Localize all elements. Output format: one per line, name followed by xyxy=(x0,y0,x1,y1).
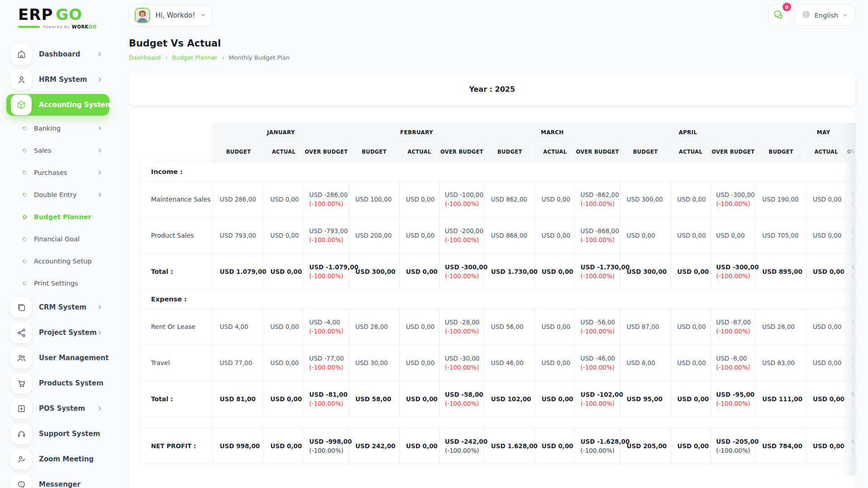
table-row: NET PROFIT :USD 998,00USD 0,00 USD -998,… xyxy=(141,428,856,464)
budget-cell: USD 4,00 xyxy=(213,309,264,345)
sub-header-budget: BUDGET xyxy=(756,141,807,162)
row-label: Maintenance Sales xyxy=(141,181,213,217)
top-header: Hi, Workdo! 0 English xyxy=(129,0,855,31)
sidebar-subitem-print-settings[interactable]: Print Settings xyxy=(6,274,109,292)
language-selector[interactable]: English xyxy=(794,5,855,26)
over-budget-amount: USD -28,00 xyxy=(852,319,855,326)
chevron-right-icon xyxy=(97,125,103,131)
actual-cell: USD 0,00 xyxy=(807,428,846,464)
month-header-february: FEBRUARY xyxy=(349,123,485,141)
user-menu-button[interactable]: Hi, Workdo! xyxy=(129,5,212,26)
over-budget-cell: USD -28,00 (-100.00%) xyxy=(439,309,485,345)
sidebar-item-zoom-meeting[interactable]: Zoom Meeting xyxy=(6,448,109,470)
sidebar-item-label: Zoom Meeting xyxy=(39,455,94,463)
over-budget-amount: USD -58,00 xyxy=(445,391,484,398)
sidebar-subitem-banking[interactable]: Banking xyxy=(6,119,109,137)
over-budget-percent: (-100.00%) xyxy=(852,328,855,335)
sidebar-subitem-label: Print Settings xyxy=(34,280,78,287)
budget-cell: USD 28,00 xyxy=(756,309,807,345)
sidebar-item-label: Messenger xyxy=(39,480,80,488)
bullet-icon xyxy=(22,236,28,242)
table-row: Rent Or LeaseUSD 4,00USD 0,00 USD -4,00 … xyxy=(141,309,856,345)
sidebar-item-support-system[interactable]: Support System xyxy=(6,423,109,445)
over-budget-cell: USD -1.079,00 (-100.00%) xyxy=(304,253,349,290)
over-budget-amount: USD -868,00 xyxy=(580,227,620,235)
sub-header-actual: ACTUAL xyxy=(400,141,439,162)
actual-cell: USD 0,00 xyxy=(400,181,439,217)
over-budget-percent: (-100.00%) xyxy=(445,400,484,407)
actual-cell: USD 0,00 xyxy=(671,181,711,217)
sidebar-item-products-system[interactable]: Products System xyxy=(6,372,109,394)
over-budget-cell: USD -200,00 (-100.00%) xyxy=(439,217,485,253)
budget-cell: USD 111,00 xyxy=(756,381,807,417)
share-icon xyxy=(11,322,32,343)
over-budget-amount: USD -8,00 xyxy=(716,355,755,362)
frames-icon xyxy=(11,297,32,318)
over-budget-percent: (-100.00%) xyxy=(445,272,484,280)
bullet-icon xyxy=(22,148,28,154)
year-filter-card: Year : 2025 xyxy=(129,73,855,105)
sidebar-subitem-double-entry[interactable]: Double Entry xyxy=(6,186,109,204)
actual-cell: USD 0,00 xyxy=(264,309,304,345)
language-label: English xyxy=(815,12,838,19)
sidebar-subitem-financial-goal[interactable]: Financial Goal xyxy=(6,230,109,248)
actual-cell: USD 0,00 xyxy=(535,428,575,464)
breadcrumb-budget-planner[interactable]: Budget Planner xyxy=(172,54,217,61)
sidebar-item-messenger[interactable]: Messenger xyxy=(6,474,109,488)
sidebar-item-crm-system[interactable]: CRM System xyxy=(6,296,109,318)
budget-table-scroll-area[interactable]: JANUARYFEBRUARYMARCHAPRILMAYBUDGETACTUAL… xyxy=(141,123,855,475)
over-budget-amount: USD -242,00 xyxy=(445,438,484,445)
over-budget-cell: USD -77,00 (-100.00%) xyxy=(304,345,349,381)
bullet-icon xyxy=(22,126,28,131)
sidebar: Dashboard HRM System Accounting System B… xyxy=(0,0,118,488)
sub-header-actual: ACTUAL xyxy=(535,141,575,162)
sidebar-item-hrm-system[interactable]: HRM System xyxy=(6,69,109,90)
sub-header-budget: BUDGET xyxy=(213,141,264,162)
over-budget-cell: USD -784,00 (-100.00%) xyxy=(846,428,855,464)
over-budget-percent: (-100.00%) xyxy=(716,200,755,207)
breadcrumb-current: Monthly Budget Plan xyxy=(229,54,290,61)
sidebar-item-pos-system[interactable]: POS System xyxy=(6,398,109,419)
sidebar-subitem-accounting-setup[interactable]: Accounting Setup xyxy=(6,252,109,270)
budget-cell: USD 87,00 xyxy=(620,309,671,345)
month-header-january: JANUARY xyxy=(213,123,349,141)
sidebar-subitem-purchases[interactable]: Purchases xyxy=(6,164,109,182)
actual-cell: USD 0,00 xyxy=(400,381,439,417)
chevron-right-icon xyxy=(97,51,103,57)
sub-header-budget: BUDGET xyxy=(349,141,400,162)
sidebar-item-label: Project System xyxy=(39,328,97,337)
over-budget-cell: USD -895,00 (-100.00%) xyxy=(846,253,855,290)
sidebar-subitem-budget-planner[interactable]: Budget Planner xyxy=(6,208,109,226)
actual-cell: USD 0,00 xyxy=(807,381,846,417)
over-budget-cell: USD -46,00 (-100.00%) xyxy=(575,345,620,381)
actual-cell: USD 0,00 xyxy=(535,217,575,253)
actual-cell: USD 0,00 xyxy=(264,345,304,381)
over-budget-amount: USD -4,00 xyxy=(309,319,349,326)
sidebar-item-project-system[interactable]: Project System xyxy=(6,322,109,343)
messages-button[interactable]: 0 xyxy=(768,5,789,26)
budget-cell: USD 77,00 xyxy=(213,345,264,381)
over-budget-amount: USD -300,00 xyxy=(716,191,755,198)
over-budget-percent: (-100.00%) xyxy=(309,200,349,207)
table-row: Maintenance SalesUSD 286,00USD 0,00 USD … xyxy=(141,181,856,217)
budget-cell: USD 868,00 xyxy=(485,217,535,253)
sidebar-item-user-management[interactable]: User Management xyxy=(6,347,109,369)
over-budget-cell: USD -30,00 (-100.00%) xyxy=(439,345,485,381)
section-row-income: Income : xyxy=(141,162,856,181)
over-budget-amount: USD -81,00 xyxy=(309,391,349,398)
table-row: Total :USD 1.079,00USD 0,00 USD -1.079,0… xyxy=(141,253,856,290)
sidebar-item-accounting-system[interactable]: Accounting System xyxy=(6,94,109,116)
chevron-right-icon xyxy=(97,169,103,176)
table-row: Total :USD 81,00USD 0,00 USD -81,00 (-10… xyxy=(141,381,856,417)
over-budget-percent: (-100.00%) xyxy=(580,364,620,371)
breadcrumb-dashboard[interactable]: Dashboard xyxy=(129,54,161,61)
over-budget-cell: USD 0,00 xyxy=(711,217,756,253)
row-label: Total : xyxy=(141,253,213,290)
budget-cell: USD 95,00 xyxy=(620,381,671,417)
notification-badge: 0 xyxy=(783,3,791,11)
page-title: Budget Vs Actual xyxy=(129,38,855,49)
over-budget-percent: (-100.00%) xyxy=(580,328,620,335)
sidebar-subitem-sales[interactable]: Sales xyxy=(6,141,109,160)
budget-cell: USD 1.079,00 xyxy=(213,253,264,290)
sidebar-item-dashboard[interactable]: Dashboard xyxy=(6,43,109,65)
